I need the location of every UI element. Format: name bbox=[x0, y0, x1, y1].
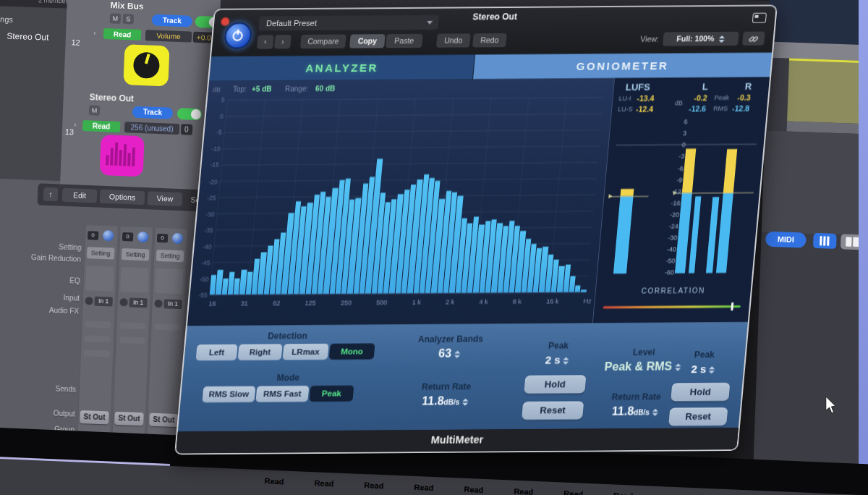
meter-scale-label: -20 bbox=[670, 211, 680, 219]
window-mode-icon[interactable] bbox=[752, 13, 767, 23]
redo-button[interactable]: Redo bbox=[472, 33, 507, 47]
read-button[interactable]: Read bbox=[553, 486, 594, 495]
track-pill[interactable]: Track bbox=[152, 14, 193, 28]
automation-read-pill[interactable]: Read bbox=[103, 28, 142, 41]
send-slot[interactable] bbox=[119, 322, 145, 329]
plugin-knob-icon[interactable] bbox=[123, 44, 169, 86]
level-reset-button[interactable]: Reset bbox=[668, 407, 728, 426]
input-button[interactable]: In 1 bbox=[163, 299, 182, 309]
read-button[interactable]: Read bbox=[254, 473, 295, 489]
mixer-row-label: Audio FX bbox=[49, 306, 80, 316]
mute-button[interactable]: M bbox=[110, 13, 122, 24]
meter-unit-label: dB bbox=[674, 99, 683, 106]
disclosure-chevron[interactable]: › bbox=[74, 121, 77, 129]
automation-param[interactable]: Volume bbox=[145, 30, 192, 42]
copy-button[interactable]: Copy bbox=[349, 34, 386, 48]
audio-region[interactable] bbox=[787, 59, 868, 124]
solo-button[interactable]: S bbox=[123, 14, 135, 25]
eq-thumbnail[interactable] bbox=[155, 268, 183, 294]
freq-tick-label: 125 bbox=[305, 300, 316, 309]
strip-setting-button[interactable]: Setting bbox=[156, 250, 184, 262]
analyzer-main: dB Top: +5 dB Range: 60 dB 50-5-10-15-20… bbox=[187, 77, 770, 326]
level-mode-value: Peak & RMS bbox=[604, 360, 673, 373]
disclosure-chevron[interactable]: › bbox=[93, 28, 96, 36]
strip-toggle[interactable]: 0 bbox=[122, 232, 133, 242]
pan-knob[interactable] bbox=[137, 232, 149, 243]
menu-edit[interactable]: Edit bbox=[62, 188, 98, 203]
track-pill[interactable]: Track bbox=[132, 106, 174, 119]
tab-analyzer[interactable]: ANALYZER bbox=[209, 54, 475, 81]
range-value[interactable]: 60 dB bbox=[315, 85, 336, 93]
link-button[interactable] bbox=[742, 32, 765, 46]
strip-setting-button[interactable]: Setting bbox=[87, 247, 115, 259]
peak-hold-stepper[interactable]: 2 s bbox=[524, 353, 592, 366]
track-on-toggle[interactable] bbox=[177, 108, 203, 120]
read-button[interactable]: Read bbox=[304, 475, 345, 491]
paste-button[interactable]: Paste bbox=[386, 34, 423, 48]
read-button[interactable]: Read bbox=[354, 477, 395, 493]
read-button[interactable]: Read bbox=[453, 481, 494, 495]
mixer-view-icon[interactable] bbox=[813, 233, 837, 249]
read-button[interactable]: Read bbox=[503, 483, 544, 495]
send-slot[interactable] bbox=[85, 335, 111, 342]
output-button[interactable]: St Out bbox=[80, 410, 109, 425]
pan-knob[interactable] bbox=[172, 233, 184, 245]
meter-scale-label: 6 bbox=[684, 118, 688, 125]
view-size-selector[interactable]: Full: 100% bbox=[663, 32, 739, 46]
send-slot[interactable] bbox=[84, 350, 110, 357]
meter-scale-label: -60 bbox=[665, 269, 675, 276]
next-preset-button[interactable]: › bbox=[274, 35, 292, 48]
top-value[interactable]: +5 dB bbox=[252, 85, 272, 93]
right-channel-label: R bbox=[744, 81, 752, 92]
detection-mono-button[interactable]: Mono bbox=[329, 343, 375, 359]
top-label: Top: bbox=[233, 85, 247, 93]
detection-lrmax-button[interactable]: LRmax bbox=[283, 344, 329, 360]
strip-setting-button[interactable]: Setting bbox=[122, 248, 150, 261]
hold-button[interactable]: Hold bbox=[524, 375, 586, 394]
power-button[interactable] bbox=[224, 22, 252, 49]
analyzer-bands-stepper[interactable]: 63 bbox=[391, 347, 508, 360]
menu-options[interactable]: Options bbox=[100, 190, 145, 205]
detection-left-button[interactable]: Left bbox=[196, 344, 238, 360]
level-hold-button[interactable]: Hold bbox=[671, 383, 730, 402]
format-icon[interactable] bbox=[85, 297, 93, 305]
input-button[interactable]: In 1 bbox=[129, 297, 147, 308]
automation-param[interactable]: 256 (unused) bbox=[124, 122, 180, 135]
format-icon[interactable] bbox=[154, 300, 162, 308]
sidebar-item-stereo-out[interactable]: Stereo Out bbox=[7, 31, 48, 43]
output-button[interactable]: St Out bbox=[149, 413, 179, 428]
eq-thumbnail[interactable] bbox=[85, 266, 114, 291]
eq-thumbnail[interactable] bbox=[120, 267, 148, 292]
midi-badge[interactable]: MIDI bbox=[765, 232, 807, 248]
input-button[interactable]: In 1 bbox=[94, 297, 112, 307]
tab-goniometer[interactable]: GONIOMETER bbox=[473, 53, 772, 80]
mode-rms-fast-button[interactable]: RMS Fast bbox=[255, 386, 309, 402]
plugin-wave-icon[interactable] bbox=[100, 135, 145, 177]
pan-knob[interactable] bbox=[103, 230, 114, 242]
read-button[interactable]: Read bbox=[403, 479, 444, 495]
prev-preset-button[interactable]: ‹ bbox=[257, 35, 274, 48]
detection-right-button[interactable]: Right bbox=[238, 344, 283, 360]
correlation-label: CORRELATION bbox=[595, 287, 751, 296]
mode-rms-slow-button[interactable]: RMS Slow bbox=[202, 386, 255, 403]
back-arrow-icon[interactable]: ↑ bbox=[43, 187, 59, 202]
read-button[interactable]: Read bbox=[603, 488, 644, 495]
format-icon[interactable] bbox=[119, 298, 127, 306]
compare-button[interactable]: Compare bbox=[300, 35, 346, 48]
mode-peak-button[interactable]: Peak bbox=[309, 386, 354, 402]
level-peak-stepper[interactable]: 2 s bbox=[671, 363, 735, 376]
reset-button[interactable]: Reset bbox=[522, 401, 584, 420]
menu-view[interactable]: View bbox=[148, 191, 183, 206]
strip-toggle[interactable]: 0 bbox=[157, 234, 168, 243]
meter-scale-label: -40 bbox=[666, 246, 676, 253]
send-slot[interactable] bbox=[85, 321, 111, 328]
strip-toggle[interactable]: 0 bbox=[88, 231, 98, 240]
meter-scale-label: -9 bbox=[676, 176, 683, 183]
automation-read-pill[interactable]: Read bbox=[82, 120, 121, 132]
mute-button[interactable]: M bbox=[89, 105, 101, 116]
undo-button[interactable]: Undo bbox=[436, 34, 471, 48]
send-slot[interactable] bbox=[119, 337, 145, 344]
send-slot[interactable] bbox=[154, 323, 180, 331]
return-rate-stepper[interactable]: 11.8dB/s bbox=[387, 394, 504, 408]
output-button[interactable]: St Out bbox=[114, 412, 144, 426]
